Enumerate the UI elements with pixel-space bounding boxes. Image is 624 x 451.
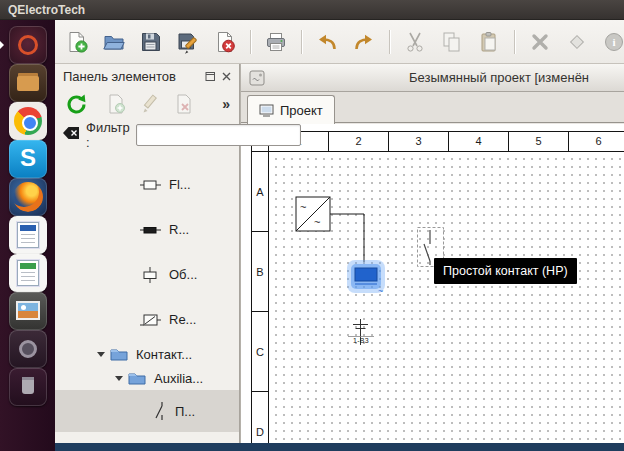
- info-icon: i: [602, 30, 624, 54]
- column-label: 2: [329, 132, 389, 151]
- cut-button[interactable]: [401, 28, 429, 56]
- row-label: D: [252, 392, 268, 443]
- tree-item-element[interactable]: R...: [55, 207, 239, 252]
- rotate-button[interactable]: [563, 28, 591, 56]
- launcher-media-icon[interactable]: [9, 330, 47, 368]
- tree-item-element[interactable]: Re...: [55, 297, 239, 342]
- row-ruler: A B C D: [252, 152, 269, 443]
- panel-close-button[interactable]: [218, 68, 234, 84]
- launcher-images-icon[interactable]: [9, 292, 47, 330]
- panel-float-button[interactable]: [202, 68, 218, 84]
- project-window-titlebar[interactable]: Безымянный проект [изменён: [241, 64, 624, 92]
- row-label: A: [252, 152, 268, 232]
- save-button[interactable]: [137, 28, 165, 56]
- redo-icon: [352, 30, 376, 54]
- copy-button[interactable]: [438, 28, 466, 56]
- window-title: QElectroTech: [8, 3, 85, 17]
- project-window-title: Безымянный проект [изменён: [409, 64, 589, 92]
- edit-element-button[interactable]: [137, 91, 163, 117]
- redo-button[interactable]: [350, 28, 378, 56]
- project-mdi-area: Безымянный проект [изменён Проект 1 2 3 …: [240, 64, 624, 443]
- print-button[interactable]: [262, 28, 290, 56]
- active-app-indicator: [0, 41, 4, 49]
- delete-element-button[interactable]: [171, 91, 197, 117]
- expanded-arrow-icon[interactable]: [97, 352, 105, 357]
- rotate-icon: [565, 30, 589, 54]
- reload-collection-button[interactable]: [63, 91, 89, 117]
- column-label: 4: [449, 132, 509, 151]
- diagram-frame: 1 2 3 4 5 6 A B C D: [251, 131, 624, 443]
- elements-panel-toolbar: »: [55, 88, 239, 120]
- launcher-calc-icon[interactable]: [9, 254, 47, 292]
- panel-toolbar-extension-button[interactable]: »: [222, 96, 230, 112]
- delete-element-icon: [173, 93, 195, 115]
- new-element-button[interactable]: [103, 91, 129, 117]
- svg-text:i: i: [612, 36, 615, 48]
- paste-icon: [477, 30, 501, 54]
- folder-icon: [110, 347, 128, 361]
- tree-item-label: Auxilia...: [154, 371, 203, 386]
- save-as-icon: [176, 30, 200, 54]
- window-titlebar[interactable]: QElectroTech: [0, 0, 624, 20]
- folder-icon: [17, 76, 39, 91]
- chrome-logo-icon: [14, 107, 42, 135]
- new-project-button[interactable]: [63, 28, 91, 56]
- tree-item-contact[interactable]: П...: [55, 390, 239, 432]
- element-reference-label: 1-B3: [346, 337, 376, 344]
- tab-project[interactable]: Проект: [247, 95, 335, 124]
- toolbar-separator: [301, 30, 302, 54]
- refresh-icon: [65, 93, 88, 116]
- element-tooltip: Простой контакт (НР): [434, 258, 577, 284]
- undo-button[interactable]: [313, 28, 341, 56]
- tree-item-label: Об...: [169, 267, 197, 282]
- clear-filter-icon[interactable]: [62, 126, 80, 144]
- launcher-skype-icon[interactable]: S: [9, 140, 47, 178]
- diagram-canvas[interactable]: [269, 152, 624, 443]
- toolbar-separator: [250, 30, 251, 54]
- cut-icon: [403, 30, 427, 54]
- filter-input[interactable]: [136, 124, 301, 146]
- launcher-writer-icon[interactable]: [9, 216, 47, 254]
- bottom-strip: [55, 443, 624, 451]
- photo-icon: [16, 301, 40, 320]
- tree-item-element[interactable]: Fl...: [55, 162, 239, 207]
- tree-item-element[interactable]: Об...: [55, 252, 239, 297]
- column-label: 3: [389, 132, 449, 151]
- column-label: 5: [509, 132, 569, 151]
- close-file-button[interactable]: [211, 28, 239, 56]
- launcher-trash-icon[interactable]: [9, 368, 47, 406]
- info-button[interactable]: i: [600, 28, 624, 56]
- diagram-view[interactable]: 1 2 3 4 5 6 A B C D: [241, 124, 624, 443]
- launcher-chrome-icon[interactable]: [9, 102, 47, 140]
- elements-tree: Fl... R... Об... Re... Контакт...: [55, 150, 239, 432]
- paste-button[interactable]: [475, 28, 503, 56]
- element-symbol-icon: [140, 311, 161, 329]
- contact-symbol-icon: [151, 401, 167, 421]
- project-window-icon: [249, 70, 265, 90]
- launcher-files-icon[interactable]: [9, 64, 47, 102]
- spreadsheet-icon: [17, 260, 39, 286]
- element-symbol-icon: [140, 266, 161, 284]
- tree-item-label: Контакт...: [136, 347, 192, 362]
- ubuntu-logo-icon: [18, 35, 38, 55]
- tree-folder-contacts[interactable]: Контакт...: [55, 342, 239, 366]
- save-as-button[interactable]: [174, 28, 202, 56]
- elements-panel: Панель элементов » Фильтр : Fl...: [55, 64, 240, 443]
- open-folder-icon: [102, 30, 126, 54]
- new-element-icon: [105, 93, 127, 115]
- folder-icon: [128, 371, 146, 385]
- delete-icon: [528, 30, 552, 54]
- launcher-ubuntu-icon[interactable]: [9, 26, 47, 64]
- new-document-icon: [65, 30, 89, 54]
- open-project-button[interactable]: [100, 28, 128, 56]
- edit-pencil-icon: [139, 93, 161, 115]
- main-toolbar: i: [55, 20, 624, 64]
- expanded-arrow-icon[interactable]: [115, 376, 123, 381]
- lens-icon: [19, 340, 37, 358]
- launcher-firefox-icon[interactable]: [9, 178, 47, 216]
- delete-button[interactable]: [526, 28, 554, 56]
- tree-folder-auxiliary[interactable]: Auxilia...: [55, 366, 239, 390]
- filter-row: Фильтр :: [55, 120, 239, 150]
- tree-item-label: R...: [169, 222, 189, 237]
- element-symbol-icon: [140, 176, 161, 194]
